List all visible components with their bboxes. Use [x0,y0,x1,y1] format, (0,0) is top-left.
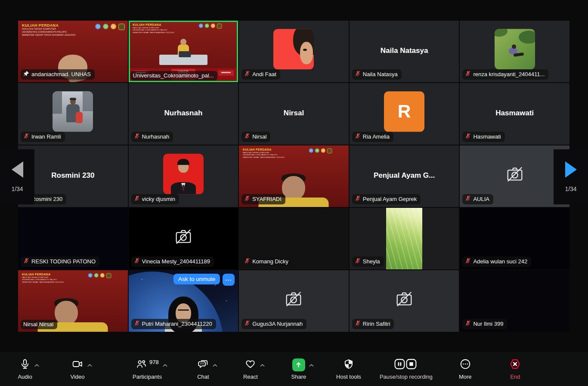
participant-name-label: Nur Ilmi 399 [462,319,507,329]
toolbar-end-button[interactable]: End [501,358,529,380]
participant-tile[interactable]: KULIAH PERDANAFAKULTAS TEKNIK KOMPUTERUN… [239,145,349,207]
participant-name: Andi Faat [252,71,276,77]
participant-tile[interactable]: Rosmini 230Rosmini 230 [18,145,128,207]
shield-icon [343,358,354,371]
participant-display-name: Naila Natasya [381,46,428,55]
toolbar-share-button[interactable]: Share [285,358,313,380]
participant-tile[interactable]: NirsalNirsal [239,83,349,145]
participant-tile[interactable]: HasmawatiHasmawati [460,83,569,145]
slide-banner: KULIAH PERDANAFAKULTAS TEKNIK KOMPUTERUN… [133,23,222,34]
logo-emblem-icon [327,148,332,154]
toolbar-host-tools-button[interactable]: Host tools [335,358,362,380]
avatar-photo [53,91,62,114]
end-call-icon [509,358,521,371]
participant-tile[interactable]: Gugus3A Nurjannah [239,270,349,332]
previous-page-arrow[interactable] [12,161,23,178]
slide-banner: KULIAH PERDANAFAKULTAS TEKNIK KOMPUTERUN… [22,273,111,283]
toolbar-button-label: Chat [197,374,209,380]
toolbar-icon-row [19,358,31,371]
chevron-up-icon[interactable] [309,361,314,369]
camera-off-icon [284,303,303,310]
participant-display-name: Hasmawati [495,109,534,117]
participant-tile[interactable]: KULIAH PERDANAFAKULTAS TEKNIK KOMPUTERUN… [18,21,128,82]
participant-tile[interactable]: NurhasnahNurhasnah [129,83,238,145]
chevron-up-icon[interactable] [163,361,167,369]
toolbar-react-button[interactable]: React [237,358,264,380]
participant-tile[interactable]: Naila NatasyaNaila Natasya [350,21,459,82]
toolbar-audio-button[interactable]: Audio [11,358,39,380]
slide-banner-text: KULIAH PERDANAFAKULTAS TEKNIK KOMPUTERUN… [243,148,285,158]
avatar-photo [70,98,76,100]
chevron-up-icon[interactable] [213,361,217,369]
participant-name-label: andaniachmad. UNHAS [21,69,95,80]
participant-name: Adelia wulan suci 242 [473,258,527,265]
slide-banner-text: KULIAH PERDANAFAKULTAS TEKNIK KOMPUTERUN… [22,23,75,36]
participant-tile[interactable]: renza krisdayanti_2404411... [460,21,569,82]
camera-off-icon [173,241,193,248]
heart-icon [244,358,256,371]
participant-name-label: Komang Dicky [241,256,292,267]
participant-tile[interactable]: AULIA [460,145,569,207]
chevron-up-icon[interactable] [260,361,265,369]
chevron-up-icon[interactable] [34,361,39,369]
slide-banner: KULIAH PERDANAFAKULTAS TEKNIK KOMPUTERUN… [243,148,332,158]
share-screen-icon [292,358,305,371]
mic-muted-icon [355,320,361,327]
mic-muted-icon [134,258,140,265]
next-page-arrow[interactable] [565,161,577,178]
video-still [386,208,422,269]
toolbar-icon-row [394,358,418,371]
toolbar-chat-button[interactable]: Chat [189,358,217,380]
studio-side-sign [221,72,231,73]
avatar [53,91,93,132]
slide-subtitle: UNIVERSITAS COKROAMINOTO PALOPO [22,31,75,34]
participant-tile[interactable]: Ask to unmute···Putri Maharani_230441122… [129,270,238,332]
participant-tile[interactable]: Ririn Safitri [350,270,459,332]
participant-tile[interactable]: KULIAH PERDANAFAKULTAS TEKNIK KOMPUTERUN… [18,270,128,332]
slide-logos [198,24,222,34]
participant-tile[interactable]: Penjual Ayam G...Penjual Ayam Geprek [350,145,459,207]
toolbar-video-button[interactable]: Video [64,358,91,380]
logo-orange-icon [111,24,116,29]
participant-tile[interactable]: Sheyla [350,208,459,269]
video-off-indicator [284,289,303,311]
mic-muted-icon [465,195,471,203]
chevron-up-icon[interactable] [87,361,92,369]
participant-tile[interactable]: KULIAH PERDANAFAKULTAS TEKNIK KOMPUTERUN… [129,21,238,82]
more-icon [460,358,471,371]
avatar [273,29,314,69]
participant-name: Putri Maharani_2304411220 [142,321,212,327]
participant-display-name: Nirsal [284,109,304,117]
toolbar-more-button[interactable]: More [452,358,479,380]
logo-emblem-icon [217,24,222,29]
participant-tile[interactable]: RESKI TODING PATONO [18,208,128,269]
slide-subtitle: SEMESTER GENAP TAHUN AKADEMIK 2022/2023 [133,31,174,33]
mic-muted-icon [134,195,140,203]
toolbar-button-label: Participants [133,374,162,380]
participant-name: Irwan Ramli [31,133,61,140]
person-video-still [178,309,189,311]
avatar-photo [83,91,93,111]
participant-name: vicky djusmin [142,196,175,202]
logo-orange-icon [210,24,215,28]
participant-tile[interactable]: Adelia wulan suci 242 [460,208,569,269]
avatar-photo [512,44,516,49]
participant-name: Ria Amelia [363,133,390,140]
participant-tile[interactable]: vicky djusmin [129,145,238,207]
tile-more-button[interactable]: ··· [223,274,235,286]
participant-tile[interactable]: Vinecia Mesty_2404411189 [129,208,238,269]
mic-muted-icon [244,133,250,140]
toolbar-pause-stop-recording-button[interactable]: Pause/stop recording [380,358,433,380]
participant-tile[interactable]: RRia Amelia [350,83,459,145]
mic-muted-icon [244,195,250,203]
participants-count-badge: 978 [149,359,159,365]
camera-off-icon [505,178,525,185]
participant-name-label: RESKI TODING PATONO [21,256,99,267]
toolbar-button-label: Host tools [336,374,361,380]
participant-tile[interactable]: Komang Dicky [239,208,349,269]
participant-tile[interactable]: Nur Ilmi 399 [460,270,569,332]
ask-to-unmute-button[interactable]: Ask to unmute [173,274,220,284]
participant-tile[interactable]: Andi Faat [239,21,349,82]
participant-tile[interactable]: Irwan Ramli [18,83,128,145]
toolbar-participants-button[interactable]: 978Participants [133,358,162,380]
